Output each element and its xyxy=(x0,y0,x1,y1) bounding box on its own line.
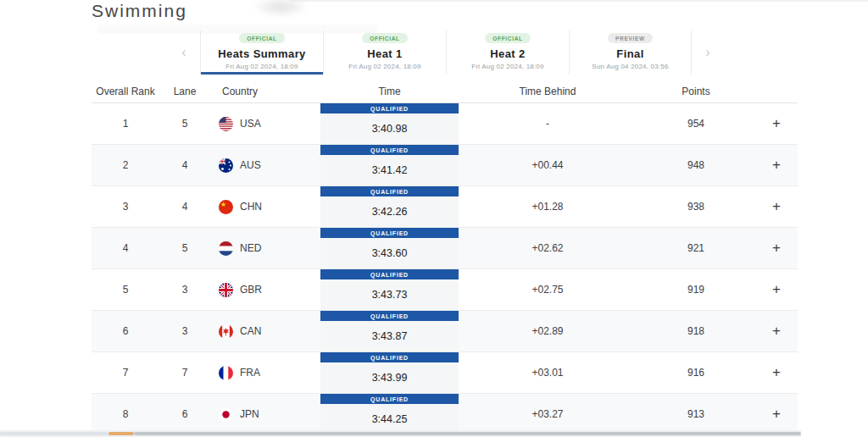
col-header-overall-rank: Overall Rank xyxy=(92,86,159,97)
table-row: 24AUSQUALIFIED3:41.42+00.44948+ xyxy=(92,145,798,186)
status-badge: OFFICIAL xyxy=(239,33,285,43)
col-header-points: Points xyxy=(637,86,755,97)
tab-datetime: Fri Aug 02 2024, 18:09 xyxy=(225,63,298,70)
country-cell: CAN xyxy=(210,311,320,351)
country-code: CHN xyxy=(240,201,262,213)
time-cell: QUALIFIED3:43.60 xyxy=(320,228,459,268)
horizontal-scrollbar[interactable] xyxy=(0,430,801,437)
time-value: 3:43.60 xyxy=(372,238,408,268)
time-cell: QUALIFIED3:44.25 xyxy=(320,394,459,434)
time-value: 3:41.42 xyxy=(372,155,408,185)
col-header-time: Time xyxy=(320,86,459,97)
expand-row-button[interactable]: + xyxy=(755,228,798,268)
ned-flag-icon xyxy=(219,241,233,256)
qualified-badge: QUALIFIED xyxy=(320,311,459,321)
time-behind-value: +02.89 xyxy=(459,311,637,351)
qualified-badge: QUALIFIED xyxy=(320,228,459,238)
country-cell: CHN xyxy=(210,186,320,227)
qualified-badge: QUALIFIED xyxy=(320,394,459,404)
table-row: 53GBRQUALIFIED3:43.73+02.75919+ xyxy=(92,269,798,311)
country-code: JPN xyxy=(240,408,259,420)
time-value: 3:42.26 xyxy=(372,196,408,227)
fra-flag-icon xyxy=(219,366,233,380)
table-row: 86JPNQUALIFIED3:44.25+03.27913+ xyxy=(92,394,798,435)
tab-datetime: Fri Aug 02 2024, 18:09 xyxy=(348,63,420,70)
lane-value: 5 xyxy=(159,103,210,144)
time-behind-value: +03.27 xyxy=(459,394,637,434)
time-behind-value: +02.62 xyxy=(459,228,637,268)
top-smudge-artifact xyxy=(253,0,309,17)
time-value: 3:43.87 xyxy=(372,321,408,351)
status-badge: OFFICIAL xyxy=(485,33,531,43)
country-code: GBR xyxy=(240,284,262,296)
usa-flag-icon xyxy=(219,117,233,131)
country-cell: FRA xyxy=(210,352,320,393)
jpn-flag-icon xyxy=(219,407,233,422)
points-value: 938 xyxy=(637,186,755,227)
country-cell: GBR xyxy=(210,269,320,310)
table-row: 15USAQUALIFIED3:40.98-954+ xyxy=(92,103,798,145)
lane-value: 6 xyxy=(159,394,210,434)
expand-row-button[interactable]: + xyxy=(755,394,798,434)
points-value: 919 xyxy=(637,269,755,310)
tab-heat-1[interactable]: OFFICIALHeat 1Fri Aug 02 2024, 18:09 xyxy=(323,30,446,75)
aus-flag-icon xyxy=(219,158,233,173)
overall-rank-value: 2 xyxy=(92,145,159,185)
lane-value: 5 xyxy=(159,228,210,268)
overall-rank-value: 1 xyxy=(92,103,159,144)
status-badge: PREVIEW xyxy=(608,33,653,43)
scrollbar-thumb[interactable] xyxy=(134,432,801,435)
table-header-row: Overall Rank Lane Country Time Time Behi… xyxy=(92,80,798,103)
expand-row-button[interactable]: + xyxy=(755,269,798,310)
country-cell: AUS xyxy=(210,145,320,185)
country-cell: NED xyxy=(210,228,320,268)
swimming-results-page: Swimming ‹ OFFICIALHeats SummaryFri Aug … xyxy=(0,0,868,437)
qualified-badge: QUALIFIED xyxy=(320,186,459,196)
time-cell: QUALIFIED3:41.42 xyxy=(320,145,459,185)
table-row: 34CHNQUALIFIED3:42.26+01.28938+ xyxy=(92,186,798,228)
time-cell: QUALIFIED3:43.87 xyxy=(320,311,459,351)
points-value: 913 xyxy=(637,394,755,434)
expand-row-button[interactable]: + xyxy=(755,145,798,185)
expand-row-button[interactable]: + xyxy=(755,311,798,351)
status-badge: OFFICIAL xyxy=(362,33,408,43)
country-code: AUS xyxy=(240,159,261,171)
col-header-country: Country xyxy=(210,86,320,97)
time-value: 3:43.73 xyxy=(372,279,408,310)
tab-label: Heat 1 xyxy=(367,47,402,60)
lane-value: 7 xyxy=(159,352,210,393)
country-code: FRA xyxy=(240,367,260,379)
tab-datetime: Sun Aug 04 2024, 03:56 xyxy=(592,63,668,70)
can-flag-icon xyxy=(219,324,233,339)
tab-heat-2[interactable]: OFFICIALHeat 2Fri Aug 02 2024, 18:09 xyxy=(446,30,569,75)
top-edge-line xyxy=(290,0,868,2)
country-code: NED xyxy=(240,242,261,254)
tab-label: Heats Summary xyxy=(218,47,305,60)
page-title: Swimming xyxy=(92,1,187,21)
country-cell: USA xyxy=(210,103,320,144)
tab-final[interactable]: PREVIEWFinalSun Aug 04 2024, 03:56 xyxy=(569,30,692,75)
qualified-badge: QUALIFIED xyxy=(320,103,459,113)
time-value: 3:43.99 xyxy=(372,362,408,393)
expand-row-button[interactable]: + xyxy=(755,352,798,393)
lane-value: 4 xyxy=(159,186,210,227)
expand-row-button[interactable]: + xyxy=(755,103,798,144)
scrollbar-accent-segment xyxy=(108,432,134,435)
tab-label: Heat 2 xyxy=(490,47,525,60)
tab-label: Final xyxy=(616,47,643,60)
expand-row-button[interactable]: + xyxy=(755,186,798,227)
col-header-time-behind: Time Behind xyxy=(459,86,637,97)
lane-value: 4 xyxy=(159,145,210,185)
overall-rank-value: 6 xyxy=(92,311,159,351)
time-cell: QUALIFIED3:42.26 xyxy=(320,186,459,227)
points-value: 918 xyxy=(637,311,755,351)
col-header-lane: Lane xyxy=(159,86,210,97)
country-code: USA xyxy=(240,118,261,130)
prev-tabs-chevron-icon[interactable]: ‹ xyxy=(168,30,200,75)
next-tabs-chevron-icon[interactable]: › xyxy=(692,30,724,75)
lane-value: 3 xyxy=(159,269,210,310)
overall-rank-value: 8 xyxy=(92,394,159,434)
qualified-badge: QUALIFIED xyxy=(320,269,459,279)
tab-heats-summary[interactable]: OFFICIALHeats SummaryFri Aug 02 2024, 18… xyxy=(200,30,323,75)
time-behind-value: +02.75 xyxy=(459,269,637,310)
